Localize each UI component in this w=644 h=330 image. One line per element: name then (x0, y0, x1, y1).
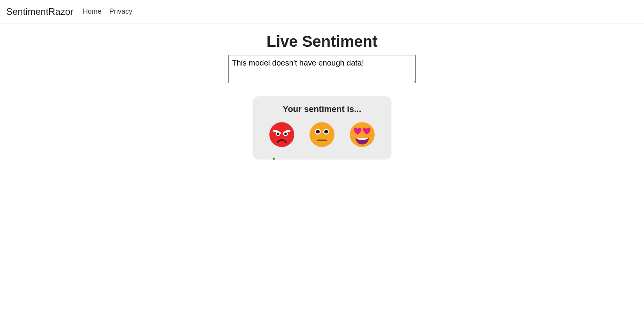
emoji-row (262, 121, 382, 148)
card-wrap: Your sentiment is... (0, 96, 644, 160)
marker-triangle-icon (265, 157, 283, 160)
main-content: Live Sentiment Your sentiment is... (0, 23, 644, 160)
heart-eyes-face-icon (349, 121, 375, 148)
svg-point-9 (324, 130, 328, 134)
svg-point-5 (310, 122, 334, 147)
nav-privacy-link[interactable]: Privacy (109, 7, 132, 16)
angry-face-icon (269, 121, 295, 148)
svg-point-8 (316, 130, 320, 134)
neutral-face-icon (309, 121, 335, 148)
page-title: Live Sentiment (0, 33, 644, 50)
brand-link[interactable]: SentimentRazor (6, 6, 73, 17)
nav-home-link[interactable]: Home (83, 7, 101, 16)
svg-point-4 (285, 133, 287, 135)
result-marker: Toxic (261, 157, 287, 160)
sentiment-input[interactable] (228, 55, 416, 83)
sentiment-card: Your sentiment is... (253, 96, 391, 160)
navbar: SentimentRazor Home Privacy (0, 0, 644, 23)
input-wrap (0, 55, 644, 83)
svg-point-3 (277, 133, 279, 135)
svg-point-0 (269, 122, 294, 147)
svg-rect-10 (317, 140, 327, 141)
card-title: Your sentiment is... (262, 104, 382, 114)
